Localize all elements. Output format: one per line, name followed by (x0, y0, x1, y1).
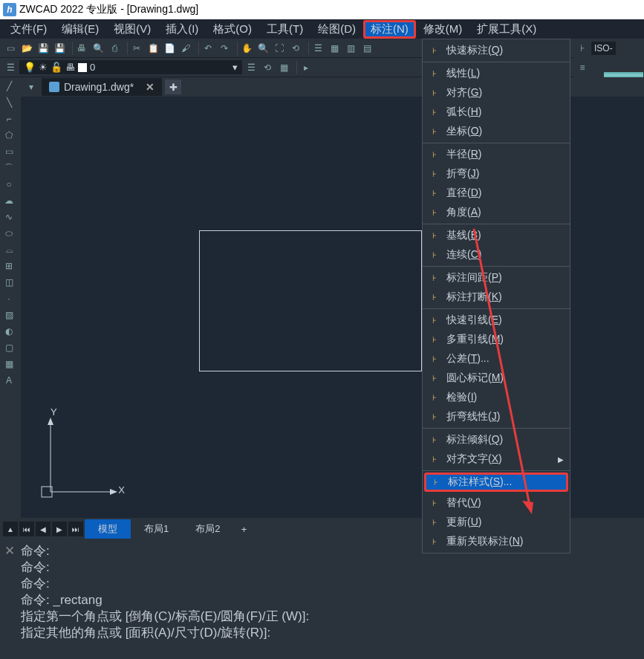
menu-dropdown-item[interactable]: ⊦坐标(O) (423, 122, 570, 143)
menu-dropdown-item[interactable]: ⊦标注打断(K) (423, 288, 570, 309)
calc-icon[interactable]: ▤ (360, 41, 374, 56)
ellipse-icon[interactable]: ⬭ (1, 226, 16, 241)
revcloud-icon[interactable]: ☁ (1, 193, 16, 208)
layout-tab[interactable]: 模型 (85, 519, 131, 539)
first-tab-button[interactable]: ⏮ (19, 522, 34, 536)
region-icon[interactable]: ▢ (1, 340, 16, 355)
menu-dropdown-item[interactable]: ⊦对齐文字(X)▶ (423, 449, 570, 471)
polygon-icon[interactable]: ⬠ (1, 128, 16, 143)
line-icon[interactable]: ╱ (1, 79, 16, 94)
toolpalette-icon[interactable]: ▥ (343, 41, 358, 56)
collapse-button[interactable]: ▲ (3, 522, 18, 536)
menu-item[interactable]: 格式(O) (206, 21, 259, 38)
menu-item[interactable]: 修改(M) (416, 21, 470, 38)
chevron-down-icon[interactable]: ▾ (232, 62, 238, 73)
more-icon[interactable]: ▸ (299, 60, 313, 75)
menu-dropdown-item[interactable]: ⊦线性(L) (423, 64, 570, 83)
menu-item[interactable]: 文件(F) (3, 21, 54, 38)
rectangle-entity[interactable] (199, 230, 422, 371)
mtext-icon[interactable]: A (1, 373, 16, 388)
dimstyle-dropdown[interactable]: ISO- (591, 42, 616, 55)
document-tab[interactable]: Drawing1.dwg* ✕ (42, 78, 162, 96)
block-icon[interactable]: ◫ (1, 275, 16, 290)
designcenter-icon[interactable]: ▦ (327, 41, 342, 56)
menu-item[interactable]: 标注(N) (363, 20, 416, 39)
add-layout-button[interactable]: + (235, 524, 253, 535)
menu-dropdown-item[interactable]: ⊦标注间距(P) (423, 268, 570, 288)
gradient-icon[interactable]: ◐ (1, 324, 16, 339)
menu-dropdown-item[interactable]: ⊦直径(D) (423, 184, 570, 203)
menu-dropdown-item[interactable]: ⊦折弯(J) (423, 164, 570, 184)
menu-item[interactable]: 视图(V) (106, 21, 158, 38)
zoom-rt-icon[interactable]: 🔍 (256, 41, 270, 56)
layer-props-icon[interactable]: ☰ (3, 60, 18, 75)
layer-dropdown[interactable]: 💡 ☀ 🔓 🖶 0 ▾ (19, 60, 242, 74)
menu-dropdown-item[interactable]: ⊦角度(A) (423, 203, 570, 224)
new-icon[interactable]: ▭ (3, 41, 18, 56)
menu-dropdown-item[interactable]: ⊦检验(I) (423, 388, 570, 407)
insert-icon[interactable]: ⊞ (1, 259, 16, 273)
menu-dropdown-item[interactable]: ⊦基线(B) (423, 226, 570, 245)
point-icon[interactable]: · (1, 291, 16, 306)
new-tab-button[interactable]: ✚ (165, 79, 181, 94)
menu-item[interactable]: 绘图(D) (310, 21, 363, 38)
print-icon[interactable]: 🖶 (74, 41, 89, 56)
menu-dropdown-item[interactable]: ⊦更新(U) (423, 513, 570, 532)
next-tab-button[interactable]: ▶ (52, 522, 67, 536)
hatch-icon[interactable]: ▨ (1, 308, 16, 322)
ellipse-arc-icon[interactable]: ⌓ (1, 242, 16, 257)
preview-icon[interactable]: 🔍 (91, 41, 105, 56)
close-command-icon[interactable]: ✕ (4, 543, 15, 559)
prev-tab-button[interactable]: ◀ (36, 522, 51, 536)
menu-dropdown-item[interactable]: ⊦折弯线性(J) (423, 407, 570, 429)
menu-item[interactable]: 插入(I) (158, 21, 206, 38)
menu-item[interactable]: 工具(T) (259, 21, 310, 38)
save-icon[interactable]: 💾 (36, 41, 51, 56)
menu-dropdown-item[interactable]: ⊦快速标注(Q) (423, 41, 570, 62)
undo-icon[interactable]: ↶ (201, 41, 215, 56)
arc-icon[interactable]: ⌒ (1, 160, 16, 175)
menu-dropdown-item[interactable]: ⊦圆心标记(M) (423, 369, 570, 388)
menu-dropdown-item[interactable]: ⊦公差(T)... (423, 349, 570, 369)
publish-icon[interactable]: ⎙ (107, 41, 122, 56)
menu-dropdown-item[interactable]: ⊦重新关联标注(N) (423, 532, 570, 551)
saveas-icon[interactable]: 💾 (52, 41, 67, 56)
zoom-prev-icon[interactable]: ⟲ (288, 41, 303, 56)
pline-icon[interactable]: ⌐ (1, 111, 16, 126)
layout-tab[interactable]: 布局1 (131, 519, 182, 539)
zoom-win-icon[interactable]: ⛶ (272, 41, 287, 56)
cut-icon[interactable]: ✂ (129, 41, 144, 56)
close-tab-icon[interactable]: ✕ (146, 81, 155, 93)
menu-dropdown-item[interactable]: ⊦对齐(G) (423, 83, 570, 103)
paste-icon[interactable]: 📄 (162, 41, 177, 56)
circle-icon[interactable]: ○ (1, 177, 16, 192)
menu-dropdown-item[interactable]: ⊦标注倾斜(Q) (423, 430, 570, 449)
xline-icon[interactable]: ╲ (1, 95, 16, 110)
rect-icon[interactable]: ▭ (1, 144, 16, 159)
menu-dropdown-item[interactable]: ⊦半径(R) (423, 145, 570, 164)
menu-dropdown-item[interactable]: ⊦标注样式(S)... (424, 473, 568, 492)
copy-icon[interactable]: 📋 (146, 41, 160, 56)
menu-dropdown-item[interactable]: ⊦多重引线(M) (423, 330, 570, 349)
layout-tab[interactable]: 布局2 (182, 519, 233, 539)
menu-item[interactable]: 编辑(E) (54, 21, 106, 38)
menu-item[interactable]: 扩展工具(X) (469, 21, 544, 38)
open-icon[interactable]: 📂 (19, 41, 34, 56)
menu-dropdown-item[interactable]: ⊦连续(C) (423, 245, 570, 267)
pan-icon[interactable]: ✋ (239, 41, 254, 56)
last-tab-button[interactable]: ⏭ (68, 522, 83, 536)
layer-iso-icon[interactable]: ▦ (276, 60, 291, 75)
tab-dropdown-icon[interactable]: ▾ (24, 79, 39, 94)
props-icon[interactable]: ☰ (310, 41, 325, 56)
layer-prev-icon[interactable]: ⟲ (260, 60, 275, 75)
command-window[interactable]: ✕ 命令:命令:命令:命令: _rectang指定第一个角点或 [倒角(C)/标… (0, 540, 644, 659)
menu-dropdown-item[interactable]: ⊦弧长(H) (423, 103, 570, 122)
dim-tool-icon[interactable]: ⊦ (575, 41, 590, 56)
spline-icon[interactable]: ∿ (1, 210, 16, 224)
match-icon[interactable]: 🖌 (178, 41, 193, 56)
menu-dropdown-item[interactable]: ⊦替代(V) (423, 493, 570, 513)
layer-state-icon[interactable]: ☰ (244, 60, 258, 75)
table-icon[interactable]: ▦ (1, 357, 16, 371)
redo-icon[interactable]: ↷ (217, 41, 232, 56)
line-tool-icon[interactable]: ≡ (575, 60, 590, 75)
